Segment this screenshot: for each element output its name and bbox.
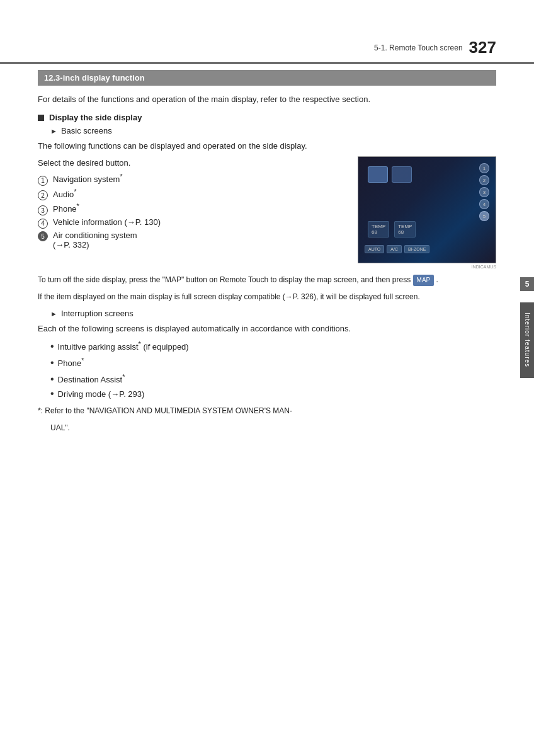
nav-item: 1 Navigation system* — [38, 173, 348, 185]
display-image-block: 1 2 3 4 5 TEMP68 TEMP68 AUTO A/C — [358, 156, 496, 269]
audio-item: 2 Audio* — [38, 188, 348, 200]
aircon-item: 5 Air conditioning system(→P. 332) — [38, 231, 348, 249]
temp-left: TEMP68 — [368, 221, 389, 238]
page-header: 5-1. Remote Touch screen 327 — [0, 0, 534, 64]
bullet-dot-2: • — [50, 358, 54, 368]
basic-screens-desc: The following functions can be displayed… — [38, 139, 496, 152]
interruption-text-3: Destination Assist* — [58, 372, 125, 386]
chapter-label: 5-1. Remote Touch screen — [374, 43, 463, 52]
screen-num-4: 4 — [479, 199, 489, 209]
circle-4: 4 — [38, 219, 48, 229]
sidebar-label: Interior features — [520, 302, 534, 378]
interruption-text-4: Driving mode (→P. 293) — [58, 388, 145, 401]
interruption-list-item-4: • Driving mode (→P. 293) — [50, 388, 496, 401]
vehicle-item: 4 Vehicle information (→P. 130) — [38, 217, 348, 228]
map-note-text-1: To turn off the side display, press the … — [38, 275, 411, 284]
arrow-icon-2: ► — [50, 310, 57, 318]
page-number: 327 — [469, 38, 496, 57]
interruption-list-item-2: • Phone* — [50, 355, 496, 370]
screen-image: 1 2 3 4 5 TEMP68 TEMP68 AUTO A/C — [358, 156, 496, 263]
intro-text: For details of the functions and operati… — [38, 93, 496, 106]
interruption-list-item-1: • Intuitive parking assist* (if equipped… — [50, 339, 496, 353]
auto-btn: AUTO — [365, 245, 384, 253]
screen-temp-area: TEMP68 TEMP68 — [368, 221, 416, 238]
phone-item-text: Phone* — [53, 202, 79, 214]
interruption-desc: Each of the following screens is display… — [38, 322, 496, 335]
interruption-text-2: Phone* — [58, 355, 84, 370]
side-display-heading: Display the side display — [38, 113, 496, 122]
screen-number-buttons: 1 2 3 4 5 — [479, 163, 489, 221]
map-note-text-2: . — [436, 275, 438, 284]
screen-bottom-bar: AUTO A/C BI-ZONE — [365, 245, 489, 253]
circle-2: 2 — [38, 190, 48, 200]
asterisk-phone: * — [81, 357, 84, 364]
interruption-list: • Intuitive parking assist* (if equipped… — [50, 339, 496, 400]
bullet-dot-4: • — [50, 389, 54, 399]
screen-inner: 1 2 3 4 5 TEMP68 TEMP68 AUTO A/C — [358, 157, 496, 263]
bullet-dot-3: • — [50, 374, 54, 384]
screen-num-2: 2 — [479, 175, 489, 185]
page-container: 5-1. Remote Touch screen 327 5 Interior … — [0, 0, 534, 756]
footnote-mark: * — [38, 406, 41, 415]
interruption-label: Interruption screens — [61, 309, 134, 318]
interruption-list-item-3: • Destination Assist* — [50, 372, 496, 386]
asterisk-icon: * — [120, 173, 122, 180]
circle-1: 1 — [38, 176, 48, 186]
screen-num-3: 3 — [479, 187, 489, 197]
screen-caption: INDICAMUS — [358, 265, 496, 269]
basic-screens-item: ► Basic screens — [50, 126, 496, 135]
arrow-icon: ► — [50, 127, 57, 135]
screen-top-icons — [368, 166, 412, 183]
asterisk-dest: * — [122, 373, 125, 381]
section-title: 12.3-inch display function — [38, 70, 496, 86]
screen-icon-2 — [392, 166, 412, 183]
content-left: Select the desired button. 1 Navigation … — [38, 156, 348, 269]
phone-item: 3 Phone* — [38, 202, 348, 215]
interruption-text-1: Intuitive parking assist* (if equipped) — [58, 339, 189, 353]
nav-item-text: Navigation system* — [53, 173, 123, 184]
map-button-label: MAP — [413, 275, 435, 286]
aircon-item-text: Air conditioning system(→P. 332) — [53, 231, 137, 249]
select-text: Select the desired button. — [38, 156, 348, 169]
screen-num-5: 5 — [479, 211, 489, 221]
interruption-item: ► Interruption screens — [50, 309, 496, 318]
bullet-dot-1: • — [50, 341, 54, 352]
asterisk-icon-3: * — [77, 202, 79, 210]
screen-num-1: 1 — [479, 163, 489, 173]
screen-icon-1 — [368, 166, 388, 183]
ac-btn: A/C — [387, 245, 402, 253]
content-image-block: Select the desired button. 1 Navigation … — [38, 156, 496, 269]
temp-right: TEMP68 — [394, 221, 416, 238]
main-content: 12.3-inch display function For details o… — [0, 70, 534, 472]
basic-screens-label: Basic screens — [61, 126, 112, 135]
circle-3: 3 — [38, 205, 48, 215]
footnote-continued: UAL". — [50, 422, 496, 434]
asterisk-parking: * — [139, 340, 141, 348]
vehicle-item-text: Vehicle information (→P. 130) — [53, 217, 161, 227]
footnote: *: Refer to the "NAVIGATION AND MULTIMED… — [38, 405, 496, 417]
circle-5: 5 — [38, 231, 48, 241]
sidebar-number: 5 — [520, 277, 534, 291]
map-note: To turn off the side display, press the … — [38, 274, 496, 286]
audio-item-text: Audio* — [53, 188, 77, 199]
zone-btn: BI-ZONE — [404, 245, 429, 253]
side-display-heading-text: Display the side display — [49, 113, 142, 122]
asterisk-icon-2: * — [74, 188, 76, 195]
square-bullet-icon — [38, 115, 44, 121]
map-note-3: If the item displayed on the main displa… — [38, 291, 496, 303]
